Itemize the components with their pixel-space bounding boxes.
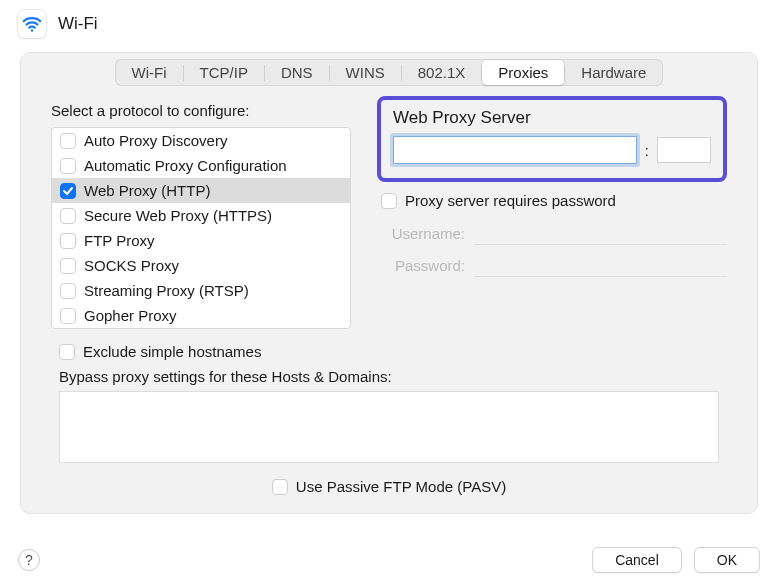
- wifi-icon: [18, 10, 46, 38]
- protocol-row[interactable]: SOCKS Proxy: [52, 253, 350, 278]
- tabbar: Wi-FiTCP/IPDNSWINS802.1XProxiesHardware: [21, 53, 757, 86]
- proxy-address-input[interactable]: [393, 136, 637, 164]
- tab-dns[interactable]: DNS: [265, 60, 329, 85]
- protocol-label: Secure Web Proxy (HTTPS): [84, 207, 272, 224]
- svg-point-0: [31, 29, 34, 32]
- protocol-checkbox[interactable]: [60, 183, 76, 199]
- protocol-row[interactable]: FTP Proxy: [52, 228, 350, 253]
- page-title: Wi-Fi: [58, 14, 98, 34]
- tab-wins[interactable]: WINS: [330, 60, 401, 85]
- cancel-button[interactable]: Cancel: [592, 547, 682, 573]
- protocol-row[interactable]: Auto Proxy Discovery: [52, 128, 350, 153]
- protocol-label: Gopher Proxy: [84, 307, 177, 324]
- protocol-row[interactable]: Streaming Proxy (RTSP): [52, 278, 350, 303]
- tab-proxies[interactable]: Proxies: [482, 60, 564, 85]
- protocol-checkbox[interactable]: [60, 258, 76, 274]
- address-port-separator: :: [645, 142, 649, 159]
- tab-802-1x[interactable]: 802.1X: [402, 60, 482, 85]
- tab-hardware[interactable]: Hardware: [565, 60, 662, 85]
- tab-tcp-ip[interactable]: TCP/IP: [184, 60, 264, 85]
- protocol-row[interactable]: Web Proxy (HTTP): [52, 178, 350, 203]
- exclude-simple-hostnames-label: Exclude simple hostnames: [83, 343, 261, 360]
- protocol-row[interactable]: Secure Web Proxy (HTTPS): [52, 203, 350, 228]
- protocol-checkbox[interactable]: [60, 233, 76, 249]
- main-panel: Wi-FiTCP/IPDNSWINS802.1XProxiesHardware …: [20, 52, 758, 514]
- bypass-textarea[interactable]: [59, 391, 719, 463]
- protocol-section-label: Select a protocol to configure:: [51, 102, 351, 119]
- protocol-checkbox[interactable]: [60, 283, 76, 299]
- protocol-label: Auto Proxy Discovery: [84, 132, 227, 149]
- protocol-row[interactable]: Gopher Proxy: [52, 303, 350, 328]
- requires-password-checkbox[interactable]: [381, 193, 397, 209]
- exclude-simple-hostnames-checkbox[interactable]: [59, 344, 75, 360]
- protocol-label: Web Proxy (HTTP): [84, 182, 210, 199]
- password-label: Password:: [377, 257, 465, 274]
- bypass-label: Bypass proxy settings for these Hosts & …: [59, 368, 757, 385]
- help-button[interactable]: ?: [18, 549, 40, 571]
- proxy-port-input[interactable]: [657, 137, 711, 163]
- protocol-checkbox[interactable]: [60, 158, 76, 174]
- username-label: Username:: [377, 225, 465, 242]
- protocol-checkbox[interactable]: [60, 308, 76, 324]
- protocol-checkbox[interactable]: [60, 133, 76, 149]
- tab-wi-fi[interactable]: Wi-Fi: [116, 60, 183, 85]
- requires-password-label: Proxy server requires password: [405, 192, 616, 209]
- username-input[interactable]: [475, 221, 727, 245]
- protocol-checkbox[interactable]: [60, 208, 76, 224]
- protocol-label: SOCKS Proxy: [84, 257, 179, 274]
- protocol-list[interactable]: Auto Proxy DiscoveryAutomatic Proxy Conf…: [51, 127, 351, 329]
- passive-ftp-label: Use Passive FTP Mode (PASV): [296, 478, 506, 495]
- web-proxy-server-heading: Web Proxy Server: [393, 108, 711, 128]
- password-input[interactable]: [475, 253, 727, 277]
- ok-button[interactable]: OK: [694, 547, 760, 573]
- passive-ftp-checkbox[interactable]: [272, 479, 288, 495]
- protocol-label: Automatic Proxy Configuration: [84, 157, 287, 174]
- protocol-label: FTP Proxy: [84, 232, 155, 249]
- proxy-server-highlight: Web Proxy Server :: [377, 96, 727, 182]
- protocol-label: Streaming Proxy (RTSP): [84, 282, 249, 299]
- protocol-row[interactable]: Automatic Proxy Configuration: [52, 153, 350, 178]
